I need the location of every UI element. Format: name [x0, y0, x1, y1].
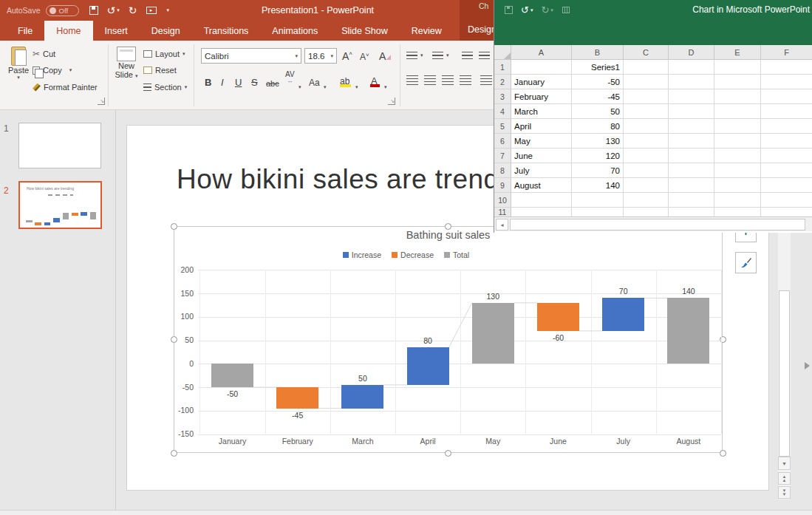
cell-E3[interactable]: [714, 89, 761, 104]
cell-E6[interactable]: [714, 134, 761, 149]
row-header-6[interactable]: 6: [494, 134, 511, 149]
cell-F11[interactable]: [761, 208, 812, 216]
column-header-B[interactable]: B: [572, 45, 624, 60]
chart-legend[interactable]: IncreaseDecreaseTotal: [0, 250, 812, 259]
chart-bar-may[interactable]: [472, 303, 514, 364]
cell-B5[interactable]: 80: [572, 119, 624, 134]
cell-A3[interactable]: February: [511, 89, 572, 104]
cell-C8[interactable]: [624, 163, 669, 178]
excel-save-icon[interactable]: [505, 6, 513, 14]
cell-B10[interactable]: [572, 193, 624, 208]
cell-A1[interactable]: [511, 60, 572, 75]
excel-horizontal-scrollbar[interactable]: ◂: [494, 216, 812, 231]
cell-C6[interactable]: [624, 134, 669, 149]
chart-bar-march[interactable]: [341, 385, 383, 409]
chart-bar-february[interactable]: [276, 387, 318, 409]
cell-C2[interactable]: [624, 75, 669, 89]
cell-F6[interactable]: [761, 134, 812, 149]
column-header-D[interactable]: D: [669, 45, 714, 60]
cell-A6[interactable]: May: [511, 134, 572, 149]
chart-resize-handle-5[interactable]: [171, 450, 177, 457]
cell-A9[interactable]: August: [511, 178, 572, 193]
cell-C7[interactable]: [624, 149, 669, 163]
chart-resize-handle-7[interactable]: [720, 450, 726, 457]
cell-E7[interactable]: [714, 149, 761, 163]
column-header-A[interactable]: A: [511, 45, 572, 60]
cell-B3[interactable]: -45: [572, 89, 624, 104]
cell-D3[interactable]: [669, 89, 714, 104]
chart-bar-august[interactable]: [667, 298, 709, 364]
cell-E2[interactable]: [714, 75, 761, 89]
cell-D9[interactable]: [669, 178, 714, 193]
column-header-F[interactable]: F: [761, 45, 812, 60]
cell-C5[interactable]: [624, 119, 669, 134]
cell-F5[interactable]: [761, 119, 812, 134]
select-all-corner[interactable]: [494, 45, 511, 60]
cell-C3[interactable]: [624, 89, 669, 104]
cell-D6[interactable]: [669, 134, 714, 149]
cell-B1[interactable]: Series1: [572, 60, 624, 75]
legend-item-decrease[interactable]: Decrease: [392, 250, 434, 259]
cell-D2[interactable]: [669, 75, 714, 89]
excel-hscroll-thumb[interactable]: [510, 219, 805, 231]
cell-C1[interactable]: [624, 60, 669, 75]
cell-D1[interactable]: [669, 60, 714, 75]
chart-styles-button[interactable]: [735, 252, 757, 273]
legend-item-total[interactable]: Total: [444, 250, 469, 259]
cell-B7[interactable]: 120: [572, 149, 624, 163]
chart-bar-june[interactable]: [537, 303, 579, 331]
cell-E1[interactable]: [714, 60, 761, 75]
cell-D11[interactable]: [669, 208, 714, 216]
cell-B6[interactable]: 130: [572, 134, 624, 149]
cell-B4[interactable]: 50: [572, 104, 624, 119]
chart-resize-handle-4[interactable]: [720, 336, 726, 343]
cell-F1[interactable]: [761, 60, 812, 75]
row-header-2[interactable]: 2: [494, 75, 511, 89]
cell-A2[interactable]: January: [511, 75, 572, 89]
cell-E5[interactable]: [714, 119, 761, 134]
row-header-1[interactable]: 1: [494, 60, 511, 75]
excel-table-icon[interactable]: [562, 7, 570, 13]
cell-D5[interactable]: [669, 119, 714, 134]
excel-undo-icon[interactable]: ↺: [521, 4, 529, 16]
cell-F3[interactable]: [761, 89, 812, 104]
cell-F7[interactable]: [761, 149, 812, 163]
cell-F4[interactable]: [761, 104, 812, 119]
excel-redo-caret-icon[interactable]: ▾: [550, 7, 553, 13]
excel-scroll-left-button[interactable]: ◂: [496, 219, 508, 231]
cell-B11[interactable]: [572, 208, 624, 216]
cell-A5[interactable]: April: [511, 119, 572, 134]
cell-F9[interactable]: [761, 178, 812, 193]
cell-A4[interactable]: March: [511, 104, 572, 119]
excel-redo-icon[interactable]: ↻: [541, 4, 549, 16]
chart-resize-handle-6[interactable]: [445, 450, 451, 457]
cell-A7[interactable]: June: [511, 149, 572, 163]
cell-B9[interactable]: 140: [572, 178, 624, 193]
cell-F8[interactable]: [761, 163, 812, 178]
row-header-11[interactable]: 11: [494, 208, 511, 216]
cell-D8[interactable]: [669, 163, 714, 178]
cell-E10[interactable]: [714, 193, 761, 208]
cell-A11[interactable]: [511, 208, 572, 216]
cell-F10[interactable]: [761, 193, 812, 208]
cell-D10[interactable]: [669, 193, 714, 208]
row-header-7[interactable]: 7: [494, 149, 511, 163]
row-header-4[interactable]: 4: [494, 104, 511, 119]
cell-E11[interactable]: [714, 208, 761, 216]
chart-bar-july[interactable]: [602, 298, 644, 330]
row-header-5[interactable]: 5: [494, 119, 511, 134]
cell-A8[interactable]: July: [511, 163, 572, 178]
row-header-3[interactable]: 3: [494, 89, 511, 104]
column-header-C[interactable]: C: [624, 45, 669, 60]
cell-E8[interactable]: [714, 163, 761, 178]
cell-E4[interactable]: [714, 104, 761, 119]
cell-E9[interactable]: [714, 178, 761, 193]
excel-undo-caret-icon[interactable]: ▾: [530, 7, 533, 13]
cell-B8[interactable]: 70: [572, 163, 624, 178]
legend-item-increase[interactable]: Increase: [343, 250, 381, 259]
cell-F2[interactable]: [761, 75, 812, 89]
cell-B2[interactable]: -50: [572, 75, 624, 89]
cell-C9[interactable]: [624, 178, 669, 193]
cell-A10[interactable]: [511, 193, 572, 208]
cell-C11[interactable]: [624, 208, 669, 216]
